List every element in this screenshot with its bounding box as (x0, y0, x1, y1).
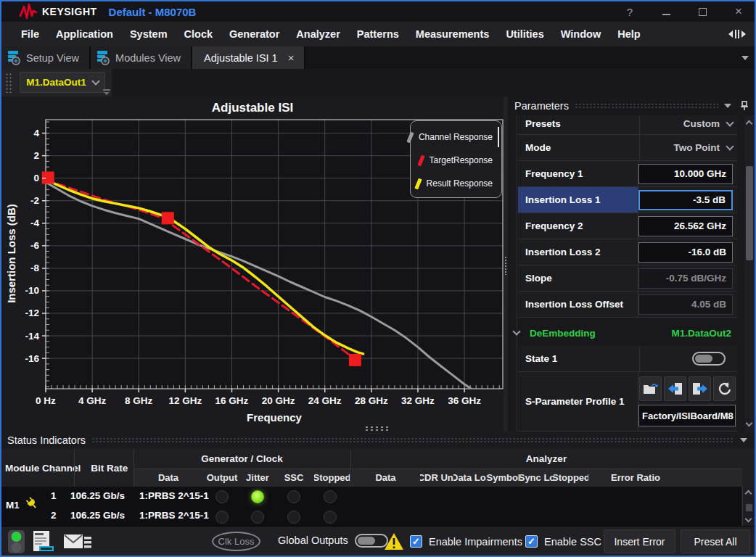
ana-col-data-loss: Data Lo: (453, 469, 487, 487)
frequency-1-input[interactable]: 10.000 GHz (638, 164, 733, 184)
data-pattern-cell: 1:PRBS 2^15-1 (139, 490, 209, 501)
insert-error-button[interactable]: Insert Error (604, 529, 675, 553)
scrollbar-thumb[interactable] (746, 504, 752, 511)
param-row-frequency-1: Frequency 1 10.000 GHz (518, 161, 737, 187)
horizontal-splitter-handle[interactable] (364, 426, 390, 431)
menu-window[interactable]: Window (561, 28, 601, 40)
tab-label: Modules View (115, 52, 181, 64)
channel-selector-dropdown[interactable]: M1.DataOut1 (20, 72, 105, 93)
menu-utilities[interactable]: Utilities (506, 28, 543, 40)
collapse-icon[interactable] (724, 104, 731, 108)
maximize-button[interactable] (697, 6, 708, 18)
close-button[interactable]: × (733, 4, 744, 19)
menu-file[interactable]: File (21, 28, 39, 40)
enable-ssc-control[interactable]: ✓ Enable SSC (525, 535, 601, 548)
import-profile-button[interactable] (664, 376, 686, 401)
svg-text:28 GHz: 28 GHz (355, 395, 388, 406)
drag-handle-icon[interactable] (5, 73, 12, 93)
import-arrow-icon (667, 382, 683, 395)
stopped-led (324, 490, 337, 503)
legend-item-channel-response[interactable]: Channel Response (418, 125, 498, 149)
deembedding-section-header[interactable]: DeEmbedding M1.DataOut2 (509, 320, 749, 346)
menu-bar: File Application System Clock Generator … (1, 22, 755, 46)
vertical-splitter-handle[interactable] (504, 256, 507, 275)
insertion-loss-2-input[interactable]: -16.0 dB (638, 242, 733, 263)
toolbar-expander-icon[interactable] (103, 89, 110, 96)
pcie-ltssm-log-icon[interactable] (32, 529, 57, 553)
parameters-scrollbar[interactable] (744, 115, 755, 432)
gen-col-data: Data (134, 469, 202, 487)
menu-patterns[interactable]: Patterns (357, 28, 399, 40)
preset-all-button[interactable]: Preset All (681, 529, 750, 553)
undo-circular-arrow-icon (718, 382, 732, 395)
enable-impairments-control[interactable]: ✓ Enable Impairments (410, 535, 522, 548)
slope-readonly-field: -0.75 dB/GHz (638, 268, 733, 289)
enable-impairments-checkbox[interactable]: ✓ (410, 535, 422, 548)
title-bar: KEYSIGHT Default - M8070B ? × (1, 1, 755, 22)
chart-x-axis-label: Frequency (46, 411, 503, 424)
header-dots (91, 437, 734, 444)
tab-adjustable-isi-1[interactable]: Adjustable ISI 1 × (192, 46, 305, 69)
traffic-light-status-icon[interactable] (7, 530, 26, 553)
menu-analyzer[interactable]: Analyzer (296, 28, 340, 40)
status-header: Status Indicators (1, 432, 755, 449)
ana-col-stopped: Stopped (554, 469, 588, 487)
module-channel-column-header: Module Channel (5, 463, 81, 474)
table-left-header: Module Channel Bit Rate (1, 449, 133, 487)
minimize-button[interactable] (660, 6, 672, 18)
svg-text:-16: -16 (25, 353, 39, 364)
svg-text:16 GHz: 16 GHz (215, 395, 249, 406)
pin-icon[interactable] (740, 101, 749, 111)
export-profile-button[interactable] (689, 376, 711, 401)
state-1-toggle[interactable] (692, 352, 726, 366)
tab-overflow-icon[interactable] (741, 56, 749, 60)
chevron-down-icon (726, 118, 734, 126)
status-scrollbar[interactable] (742, 487, 755, 526)
mode-dropdown[interactable]: Two Point (640, 135, 737, 160)
menu-generator[interactable]: Generator (229, 28, 279, 40)
jitter-led (251, 511, 264, 524)
menu-application[interactable]: Application (56, 28, 113, 40)
scroll-up-icon[interactable] (746, 120, 753, 128)
insertion-loss-1-input[interactable]: -3.5 dB (638, 190, 733, 210)
global-outputs-label: Global Outputs (278, 535, 348, 546)
param-label: S-Parameter Profile 1 (518, 372, 638, 431)
svg-text:-8: -8 (30, 263, 39, 273)
enable-ssc-label: Enable SSC (544, 536, 601, 548)
frequency-2-input[interactable]: 26.562 GHz (638, 216, 733, 236)
dock-resize-icon[interactable] (728, 29, 746, 39)
tab-modules-view[interactable]: Modules View (91, 46, 192, 69)
gen-col-ssc: SSC (274, 469, 314, 487)
enable-ssc-checkbox[interactable]: ✓ (525, 535, 538, 548)
svg-text:12 GHz: 12 GHz (168, 395, 202, 406)
help-button[interactable]: ? (624, 6, 636, 18)
menu-help[interactable]: Help (617, 28, 640, 40)
presets-dropdown[interactable]: Custom (640, 115, 737, 134)
s-parameter-profile-field[interactable]: Factory/ISIBoard/M8 (638, 405, 736, 426)
scrollbar-thumb[interactable] (746, 166, 753, 260)
legend-item-result-response[interactable]: Result Response (418, 172, 498, 195)
param-row-s-parameter-profile: S-Parameter Profile 1 (518, 372, 737, 432)
scroll-up-icon[interactable] (745, 490, 752, 498)
menu-system[interactable]: System (130, 28, 168, 40)
channel-selector-panel: M1.DataOut1 (1, 69, 112, 96)
reset-profile-button[interactable] (713, 376, 736, 401)
scroll-down-icon[interactable] (745, 516, 752, 523)
ana-col-data: Data (351, 469, 420, 487)
scroll-down-icon[interactable] (746, 420, 753, 427)
open-profile-button[interactable] (639, 376, 662, 401)
menu-measurements[interactable]: Measurements (416, 28, 490, 40)
menu-clock[interactable]: Clock (184, 28, 213, 40)
tab-close-icon[interactable]: × (288, 51, 295, 64)
warning-icon[interactable] (384, 532, 404, 550)
app-window: KEYSIGHT Default - M8070B ? × File Appli… (0, 0, 756, 557)
legend-scrollbar[interactable] (498, 127, 499, 147)
collapse-icon[interactable] (740, 438, 747, 442)
mail-log-icon[interactable] (64, 532, 91, 551)
param-row-mode: Mode Two Point (518, 135, 737, 161)
svg-text:0 Hz: 0 Hz (36, 395, 56, 406)
channel-selector-value: M1.DataOut1 (26, 77, 86, 88)
tab-setup-view[interactable]: Setup View (1, 46, 91, 69)
legend-item-target-response[interactable]: TargetResponse (418, 149, 498, 172)
param-row-frequency-2: Frequency 2 26.562 GHz (518, 213, 737, 239)
